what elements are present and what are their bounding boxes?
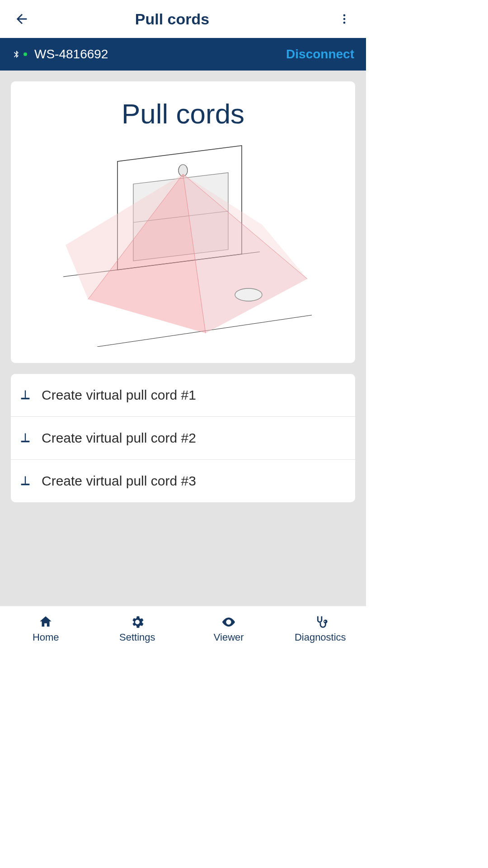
row-label: Create virtual pull cord #1 [42, 387, 196, 403]
gear-icon [130, 614, 145, 630]
svg-rect-18 [21, 398, 30, 400]
nav-label: Diagnostics [295, 632, 346, 643]
pull-cord-icon [19, 475, 32, 487]
device-name: WS-4816692 [34, 47, 286, 61]
nav-diagnostics[interactable]: Diagnostics [275, 606, 366, 651]
svg-point-2 [343, 22, 346, 24]
sensor-beam-icon [23, 139, 343, 347]
pull-cord-icon [19, 389, 32, 401]
card-title: Pull cords [23, 98, 343, 130]
connection-dot-icon [23, 52, 27, 56]
create-pull-cord-1[interactable]: Create virtual pull cord #1 [11, 374, 355, 417]
bluetooth-status [12, 50, 27, 59]
main-content: Pull cords [0, 71, 366, 606]
svg-point-23 [227, 621, 230, 623]
page-title: Pull cords [11, 10, 333, 28]
pull-cord-list: Create virtual pull cord #1 Create virtu… [11, 374, 355, 502]
bluetooth-icon [12, 50, 21, 59]
svg-rect-22 [21, 484, 30, 486]
create-pull-cord-3[interactable]: Create virtual pull cord #3 [11, 460, 355, 502]
svg-point-1 [343, 18, 346, 20]
svg-point-16 [235, 288, 262, 301]
home-icon [38, 614, 53, 630]
app-bar: Pull cords [0, 0, 366, 38]
menu-button[interactable] [333, 8, 355, 30]
nav-label: Settings [119, 632, 155, 643]
svg-rect-17 [25, 391, 26, 398]
device-bar: WS-4816692 Disconnect [0, 38, 366, 71]
svg-point-0 [343, 14, 346, 17]
nav-home[interactable]: Home [0, 606, 92, 651]
pull-cord-icon [19, 432, 32, 444]
nav-settings[interactable]: Settings [92, 606, 183, 651]
disconnect-button[interactable]: Disconnect [286, 47, 354, 61]
nav-viewer[interactable]: Viewer [183, 606, 275, 651]
svg-rect-20 [21, 441, 30, 443]
info-card: Pull cords [11, 81, 355, 363]
eye-icon [221, 614, 236, 630]
sensor-illustration [23, 139, 343, 347]
row-label: Create virtual pull cord #3 [42, 473, 196, 489]
create-pull-cord-2[interactable]: Create virtual pull cord #2 [11, 417, 355, 460]
bottom-nav: Home Settings Viewer Diagnostics [0, 606, 366, 651]
svg-rect-19 [25, 434, 26, 441]
stethoscope-icon [313, 614, 328, 630]
nav-label: Viewer [214, 632, 244, 643]
more-vertical-icon [338, 13, 351, 25]
nav-label: Home [33, 632, 59, 643]
svg-rect-21 [25, 476, 26, 484]
row-label: Create virtual pull cord #2 [42, 430, 196, 446]
